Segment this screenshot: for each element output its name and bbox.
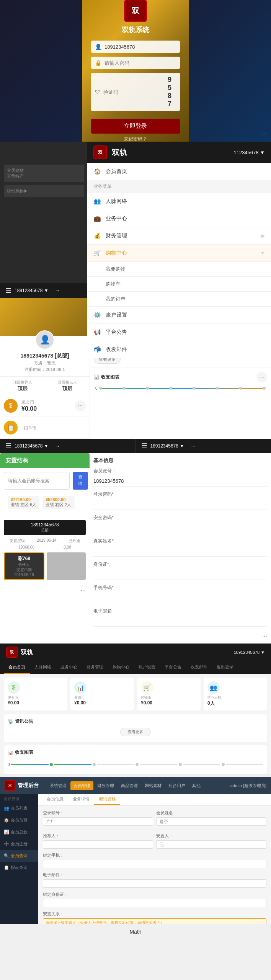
stat-top-contact: 顶层接点人 顶层 [45,380,90,392]
dash-nav-logout[interactable]: 退出登录 [212,661,238,674]
admin-nav-system[interactable]: 系统管理 [47,781,70,790]
menu-network[interactable]: 👥 人脉网络 [87,193,271,210]
dashboard-chart-card: 📊 收支图表 0 [4,745,267,774]
captcha-row: 🛡 9 5 8 7 [91,73,180,111]
settings-more-button[interactable]: ··· [262,633,267,639]
settings-title: 基本信息 [93,457,267,464]
admin-nav-media[interactable]: 网站素材 [142,781,165,790]
admin-sidebar: 会员管理 👥 会员列表 🏠 会员首页 📊 会员总数 ➕ 会员注册 🔍 会员查询 [0,794,38,924]
captcha-input[interactable] [103,89,168,95]
form-divider-1 [43,830,266,830]
child-node-role: 合伙人 [8,562,40,567]
admin-nav-finance[interactable]: 财务管理 [94,781,117,790]
id-card-form-input[interactable] [43,899,266,907]
menu-account[interactable]: ⚙️ 账户设置 [87,307,271,324]
form-row-id: 绑定身份证： [43,892,266,907]
hamburger-icon[interactable]: ☰ [5,286,11,295]
nav3-forward[interactable]: → [55,443,60,449]
dashboard-announce-more-button[interactable]: 查看更多 [120,728,151,736]
dash-nav-finance[interactable]: 财务管理 [82,661,108,674]
nav-forward-icon[interactable]: → [55,287,60,294]
tree-more-button[interactable]: ··· [81,587,86,593]
admin-brand: 管理后台 [18,782,39,789]
background-panel: 宜居建材 直营特产 珍惜风物▶ [0,142,88,283]
hamburger-icon-3[interactable]: ☰ [5,442,11,450]
recommender-form-input[interactable] [43,840,153,849]
shopping-arrow: ▼ [260,250,265,256]
member-search-input[interactable] [4,472,70,490]
member-name-form-input[interactable] [156,817,266,826]
menu-announce-label: 平台公告 [106,329,127,336]
sidebar-item-report[interactable]: 📋 报表查询 [0,862,38,874]
business-icon: 💼 [93,215,101,222]
dashboard-announce-title: 📡 资讯公告 [8,718,263,725]
login-button[interactable]: 立即登录 [91,119,180,134]
menu-home[interactable]: 🏠 会员首页 [87,163,271,180]
sidebar-report-label: 报表查询 [11,865,28,871]
nav3-right: ☰ 18912345678 ▼ → [136,439,271,453]
security-password-input[interactable] [93,523,267,533]
admin-tab-edit[interactable]: 编辑资料 [94,794,120,805]
menu-section-business: 业务菜单 [87,180,271,193]
login-account-form-input[interactable] [43,817,153,826]
admin-header: 双 管理后台 系统管理 会员管理 财务管理 商品管理 网站素材 后台用户 其他 … [0,777,271,794]
performance-card-value: ¥0.00 [74,700,130,706]
chart-zero-label: 0 [8,763,10,767]
sidebar-total-icon: 📊 [4,830,9,835]
menu-sub-orders[interactable]: 我的订单 [87,292,271,307]
password-input[interactable] [104,60,176,66]
math-label: Math [0,924,271,939]
search-button[interactable]: 查询 [73,472,88,490]
admin-nav-members[interactable]: 会员管理 [70,781,93,790]
sidebar-item-total[interactable]: 📊 会员总数 [0,826,38,838]
menu-sub-cart[interactable]: 购物车 [87,277,271,292]
dash-nav-network[interactable]: 人脉网络 [30,661,56,674]
bg-text-1: 宜居建材 [7,168,81,173]
id-card-input[interactable] [93,569,267,580]
real-name-input[interactable] [93,546,267,557]
more-options-button[interactable]: ··· [261,130,267,138]
dash-nav-shopping[interactable]: 购物中心 [108,661,134,674]
dash-nav-announce[interactable]: 平台公告 [160,661,186,674]
admin-nav-users[interactable]: 后台用户 [165,781,188,790]
dash-nav-account[interactable]: 账户设置 [134,661,160,674]
nav3-forward-2[interactable]: → [190,443,196,449]
sidebar-item-query[interactable]: 🔍 会员查询 [0,850,38,862]
home-icon: 🏠 [93,168,101,175]
tree-more-button-row: ··· [0,584,90,597]
cash-more-button[interactable]: ··· [75,400,86,411]
child-node[interactable]: 彩768 合伙人 安置日期 2019-06-18 [4,552,44,580]
email-form-input[interactable] [43,879,266,888]
placer-form-input[interactable] [156,840,266,849]
menu-finance[interactable]: 💰 财务管理 ▶ [87,227,271,245]
sidebar-item-list[interactable]: 👥 会员列表 [0,802,38,814]
menu-sub-buy[interactable]: 我要购物 [87,262,271,277]
email-input[interactable] [93,616,267,627]
dash-nav-mail[interactable]: 收发邮件 [186,661,212,674]
menu-announce[interactable]: 📢 平台公告 [87,324,271,341]
bind-phone-input[interactable] [43,860,266,868]
dash-nav-business[interactable]: 业务中心 [56,661,82,674]
referral-card-label: 推荐人数 [207,695,263,700]
username-input[interactable] [104,44,176,50]
menu-business[interactable]: 💼 业务中心 [87,210,271,227]
admin-nav-products[interactable]: 商品管理 [118,781,141,790]
menu-shopping[interactable]: 🛒 购物中心 ▼ [87,245,271,262]
login-password-input[interactable] [93,499,267,510]
admin-tab-business[interactable]: 业务详情 [68,794,94,805]
chart-dots-row [99,387,266,390]
sidebar-item-register[interactable]: ➕ 会员注册 [0,838,38,850]
admin-tab-info[interactable]: 会员信息 [42,794,68,805]
lock-icon: 🔒 [95,60,101,66]
dash-nav-home[interactable]: 会员首页 [4,661,30,674]
menu-phone: 112345678 ▼ [233,150,265,155]
structure-panel: 安置结构 查询 ¥72160.00 业绩 左区 6人 ¥52800.00 业绩 … [0,453,90,644]
phone-input[interactable] [93,593,267,603]
chart-more-button[interactable]: ··· [256,372,267,382]
sidebar-item-homepage[interactable]: 🏠 会员首页 [0,814,38,826]
admin-nav-other[interactable]: 其他 [189,781,204,790]
menu-mail[interactable]: 📬 收发邮件 [87,341,271,358]
login-title: 双轨系统 [91,25,180,34]
hamburger-icon-4[interactable]: ☰ [141,442,147,450]
admin-main-layout: 会员管理 👥 会员列表 🏠 会员首页 📊 会员总数 ➕ 会员注册 🔍 会员查询 [0,794,271,924]
